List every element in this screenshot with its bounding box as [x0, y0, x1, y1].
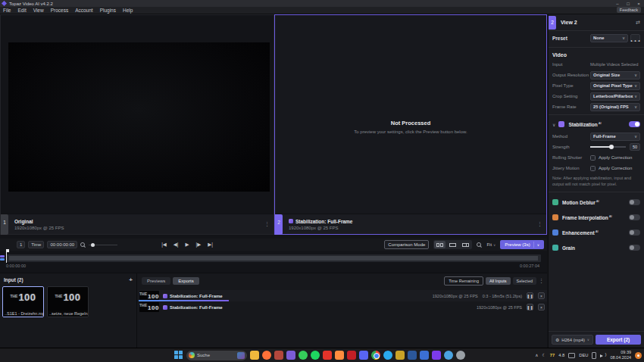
export-2-pause-button[interactable]: ❚❚ [527, 304, 533, 311]
vlc-icon[interactable] [335, 351, 344, 360]
grain-row[interactable]: Grain [549, 240, 644, 255]
step-forward-button[interactable]: |▶ [196, 242, 202, 248]
exports-menu-icon[interactable]: ⋮ [539, 278, 544, 284]
menu-file[interactable]: File [3, 8, 11, 13]
tray-temp-widget[interactable]: 77 [550, 353, 555, 357]
strength-slider[interactable] [590, 146, 626, 148]
taskbar-search[interactable]: Suche [186, 351, 247, 360]
play-button[interactable]: ▶ [186, 242, 189, 248]
filter-selected-button[interactable]: Selected [513, 277, 536, 285]
timeline-strip[interactable] [6, 254, 541, 262]
minimize-button[interactable]: – [612, 0, 623, 7]
time-remaining-button[interactable]: Time Remaining [444, 276, 483, 286]
timecode-display[interactable]: 00:00:00:00 [47, 241, 77, 248]
strength-value[interactable]: 50 [630, 143, 640, 151]
motion-deblur-toggle[interactable] [629, 199, 640, 205]
export-1-pause-button[interactable]: ❚❚ [527, 292, 533, 299]
zoom-level-dropdown[interactable]: Fit ∨ [486, 242, 496, 247]
collapse-chevron-icon[interactable]: ∨ [552, 122, 555, 127]
notification-bell-icon[interactable] [635, 352, 642, 359]
single-view-button[interactable] [447, 241, 458, 248]
grain-toggle[interactable] [629, 245, 640, 251]
playhead[interactable] [6, 249, 7, 263]
preview-button[interactable]: Preview (3s) ∨ [500, 240, 544, 249]
clock[interactable]: 09:39 08.04.2024 [610, 350, 631, 360]
skype-icon[interactable] [444, 351, 453, 360]
preview-pane-original[interactable]: 1 Original 1920x1080px @ 25 FPS ⋮ [0, 14, 274, 235]
brave-icon[interactable] [274, 351, 283, 360]
preset-dropdown[interactable]: None∨ [590, 34, 628, 42]
tab-previews[interactable]: Previews [142, 277, 170, 285]
spotify-icon[interactable] [311, 351, 320, 360]
night-mode-icon[interactable]: ☾ [542, 353, 546, 357]
tab-exports[interactable]: Exports [173, 277, 199, 285]
export-2-cancel-button[interactable]: × [538, 304, 545, 311]
export-button[interactable]: Export (2) [596, 335, 641, 345]
preview-pane-processed[interactable]: Not Processed To preview your settings, … [274, 14, 547, 235]
frame-interpolation-row[interactable]: Frame InterpolationAI [549, 210, 644, 225]
output-format-button[interactable]: ⚙ H264 (mp4) ∨ [552, 335, 593, 345]
maximize-button[interactable]: □ [623, 0, 633, 7]
firefox-icon[interactable] [262, 351, 271, 360]
youtube-icon[interactable] [323, 351, 332, 360]
input-thumbnail-1[interactable]: THE100 ..S1E1 - Dreizehn.mp4 ⋯ [2, 286, 44, 317]
telegram-icon[interactable] [383, 351, 392, 360]
enhancement-toggle[interactable] [629, 229, 640, 236]
start-button[interactable] [174, 351, 183, 360]
original-menu-icon[interactable]: ⋮ [264, 221, 270, 227]
stabilization-toggle[interactable] [629, 121, 640, 127]
keyboard-icon[interactable] [568, 353, 575, 358]
menu-process[interactable]: Process [51, 8, 68, 13]
menu-account[interactable]: Account [75, 8, 93, 13]
viewer-app-icon[interactable] [456, 351, 465, 360]
preset-more-button[interactable]: … [630, 34, 640, 42]
feedback-button[interactable]: Feedback [617, 7, 641, 13]
phone-link-icon[interactable] [592, 352, 596, 359]
comparison-mode-button[interactable]: Comparison Mode [384, 240, 429, 249]
whatsapp-icon[interactable] [299, 351, 308, 360]
chrome-icon[interactable] [371, 351, 380, 360]
jump-start-button[interactable]: |◀ [161, 242, 167, 248]
timeline[interactable]: 0:00:00:00 0:00:27:04 [0, 251, 547, 270]
enhancement-row[interactable]: EnhancementAI [549, 225, 644, 240]
export-row-2[interactable]: THE100 Stabilization: Full-Frame 1920x10… [139, 301, 547, 313]
office-icon[interactable] [420, 351, 429, 360]
output-resolution-dropdown[interactable]: Original Size∨ [590, 71, 640, 80]
visual-studio-icon[interactable] [432, 351, 441, 360]
swap-views-icon[interactable]: ⇄ [636, 20, 640, 26]
close-button[interactable]: × [633, 0, 644, 7]
notes-app-icon[interactable] [395, 351, 405, 360]
pixel-type-dropdown[interactable]: Original Pixel Type∨ [590, 82, 640, 90]
time-mode-button[interactable]: Time [28, 241, 44, 248]
discord-icon[interactable] [359, 351, 368, 360]
motion-deblur-row[interactable]: Motion DeblurAI [549, 195, 644, 210]
word-icon[interactable] [408, 351, 417, 360]
filter-all-inputs-button[interactable]: All Inputs [486, 277, 511, 285]
speaker-icon[interactable] [600, 353, 606, 358]
timeline-zoom-slider[interactable] [89, 245, 117, 245]
crop-setting-dropdown[interactable]: Letterbox/Pillarbox∨ [590, 92, 640, 101]
method-dropdown[interactable]: Full-Frame∨ [590, 133, 640, 141]
step-back-button[interactable]: ◀| [174, 242, 179, 248]
language-indicator[interactable]: DEU [579, 353, 588, 357]
processed-menu-icon[interactable]: ⋮ [537, 221, 542, 227]
input-thumbnail-2[interactable]: THE100 ..setze, neue Regeln.mp4 ⋯ [47, 286, 89, 317]
menu-plugins[interactable]: Plugins [100, 8, 116, 13]
viber-icon[interactable] [286, 351, 295, 360]
jittery-motion-checkbox[interactable] [590, 166, 596, 171]
export-row-1[interactable]: THE100 Stabilization: Full-Frame 1920x10… [139, 290, 547, 301]
file-explorer-icon[interactable] [250, 351, 259, 360]
menu-view[interactable]: View [33, 8, 44, 13]
menu-help[interactable]: Help [123, 8, 133, 13]
jump-end-button[interactable]: ▶| [208, 242, 213, 248]
frame-rate-dropdown[interactable]: 25 (Original) FPS∨ [590, 103, 640, 111]
split-view-button[interactable] [460, 241, 471, 248]
frame-indicator[interactable]: 1 [17, 241, 25, 248]
export-1-cancel-button[interactable]: × [538, 292, 545, 299]
frame-interpolation-toggle[interactable] [629, 214, 640, 220]
side-by-side-view-button[interactable] [434, 241, 445, 248]
menu-edit[interactable]: Edit [17, 8, 26, 13]
tray-gpu-widget[interactable]: 4.8 [558, 353, 564, 357]
add-input-button[interactable]: + [129, 276, 133, 283]
netflix-icon[interactable] [347, 351, 356, 360]
